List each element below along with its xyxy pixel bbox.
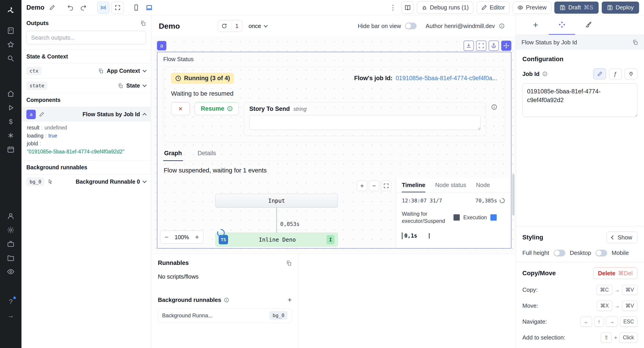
favorites-star-icon[interactable] — [4, 38, 18, 52]
tab-node-definition[interactable]: Node — [476, 182, 490, 192]
undo-icon[interactable] — [65, 2, 76, 13]
delete-component-button[interactable]: Delete⌘Del — [593, 267, 637, 279]
full-height-toggle[interactable] — [554, 250, 565, 256]
app-canvas[interactable]: a Flow Status Runni — [151, 37, 516, 254]
resume-button[interactable]: Resume — [195, 102, 239, 115]
editor-button[interactable]: Editor — [476, 2, 510, 14]
eval-input-button[interactable]: ƒ — [609, 69, 622, 79]
apps-icon[interactable] — [4, 24, 18, 38]
state-context-header: State & Context — [22, 50, 151, 63]
info-icon[interactable] — [224, 297, 229, 303]
settings-gear-icon[interactable] — [4, 223, 18, 237]
cancel-button[interactable]: × — [171, 102, 190, 115]
waiting-swatch — [454, 214, 460, 221]
job-id-label: Job Id — [522, 71, 540, 77]
chevron-down-icon[interactable] — [142, 83, 146, 87]
help-icon[interactable]: ? — [4, 295, 18, 309]
variables-icon[interactable]: $ — [4, 115, 18, 128]
story-label: Story To Send — [249, 105, 290, 112]
chevron-down-icon[interactable] — [142, 179, 146, 183]
execution-swatch — [490, 214, 497, 221]
mobile-breakpoint-icon[interactable] — [131, 2, 142, 13]
graph-node-inline-deno[interactable]: TS Inline Deno I — [215, 233, 338, 247]
component-a-label: Flow Status by Job Id — [82, 111, 140, 118]
folders-icon[interactable] — [4, 251, 18, 265]
refresh-icon[interactable] — [219, 21, 229, 31]
bg0-badge: bg_0 — [270, 311, 288, 320]
zoom-in-button[interactable]: + — [191, 231, 203, 243]
graph-zoom-out-button[interactable]: − — [369, 181, 379, 191]
tab-timeline[interactable]: Timeline — [402, 182, 425, 192]
component-settings-tab[interactable] — [549, 15, 575, 35]
connect-input-button[interactable] — [625, 69, 637, 79]
desktop-toggle[interactable] — [596, 250, 607, 256]
info-icon[interactable] — [499, 23, 505, 29]
bg-runnable-item[interactable]: Background Runna... bg_0 — [158, 308, 292, 323]
fullscreen-canvas-button[interactable] — [112, 2, 124, 14]
flow-job-id-label: Flow's job Id: — [354, 75, 392, 82]
docs-book-button[interactable] — [402, 2, 414, 14]
flow-status-component[interactable]: a Flow Status Runni — [157, 52, 512, 249]
schedule-dropdown[interactable]: once — [248, 23, 267, 30]
graph-fit-button[interactable] — [381, 181, 391, 191]
anchor-button[interactable] — [488, 41, 499, 51]
refresh-control[interactable]: 1 — [218, 20, 242, 32]
more-menu-kebab-icon[interactable]: ⋮ — [388, 2, 398, 13]
hide-bar-toggle[interactable] — [405, 23, 416, 29]
static-input-button[interactable] — [594, 69, 606, 79]
ctx-doc-icon[interactable] — [98, 68, 104, 74]
show-styling-button[interactable]: Show — [606, 232, 637, 243]
canvas-scrollbar[interactable] — [512, 174, 514, 216]
schedules-icon[interactable] — [4, 142, 18, 156]
move-button[interactable] — [501, 41, 512, 51]
auto-height-button[interactable] — [464, 41, 474, 51]
workers-icon[interactable] — [4, 209, 18, 223]
tab-graph[interactable]: Graph — [163, 150, 183, 161]
redo-icon[interactable] — [78, 2, 89, 13]
collapse-sidebar-icon[interactable]: → — [4, 309, 18, 322]
chevron-up-icon[interactable] — [142, 113, 146, 117]
bg-runnable-row[interactable]: bg_0 Background Runnable 0 — [22, 174, 151, 189]
graph-zoom-in-button[interactable]: + — [357, 181, 367, 191]
deploy-button[interactable]: Deploy — [602, 2, 639, 14]
preview-button[interactable]: Preview — [513, 2, 551, 14]
home-icon[interactable] — [4, 87, 18, 101]
draft-button[interactable]: Draft⌘S — [554, 2, 598, 14]
runs-icon[interactable] — [4, 101, 18, 115]
zoom-out-button[interactable]: − — [160, 231, 173, 243]
state-doc-icon[interactable] — [118, 83, 123, 88]
graph-node-input[interactable]: Input — [215, 194, 338, 208]
search-icon[interactable] — [4, 52, 18, 65]
info-icon[interactable] — [491, 104, 497, 110]
runnables-doc-icon[interactable] — [286, 260, 292, 266]
desktop-breakpoint-icon[interactable] — [144, 2, 154, 13]
windmill-logo[interactable] — [4, 4, 18, 18]
rename-pencil-icon[interactable] — [39, 112, 44, 117]
styling-tab[interactable] — [575, 15, 602, 35]
chevron-down-icon[interactable] — [142, 68, 146, 72]
tab-details[interactable]: Details — [197, 150, 217, 161]
add-runnable-button[interactable]: + — [288, 296, 292, 304]
debug-runs-button[interactable]: Debug runs (1) — [417, 2, 474, 14]
job-id-input[interactable]: 0191085e-5baa-81ef-4774-c9ef4f0a92d2 — [522, 83, 637, 117]
center-pane-toggle[interactable] — [97, 2, 109, 14]
insert-component-tab[interactable]: + — [522, 15, 549, 35]
tab-node-status[interactable]: Node status — [435, 182, 466, 192]
info-icon[interactable] — [542, 71, 548, 77]
outputs-doc-icon[interactable] — [140, 20, 146, 26]
search-outputs-input[interactable] — [26, 31, 146, 45]
ctx-row[interactable]: ctx App Context — [22, 63, 151, 78]
audit-logs-eye-icon[interactable] — [4, 265, 18, 279]
component-a-row[interactable]: a Flow Status by Job Id — [22, 107, 151, 122]
jobs-icon[interactable] — [4, 237, 18, 251]
fullscreen-component-button[interactable] — [476, 41, 486, 51]
outputs-title: Outputs — [26, 20, 49, 27]
component-doc-icon[interactable] — [632, 39, 638, 45]
state-row[interactable]: state State — [22, 78, 151, 93]
flow-graph[interactable]: + − Input 0,053s TS Inlin — [158, 178, 396, 248]
resources-icon[interactable] — [4, 128, 18, 142]
flow-job-id-link[interactable]: 0191085e-5baa-81ef-4774-c9ef4f0a... — [396, 75, 497, 82]
story-textarea[interactable] — [249, 115, 480, 130]
bg0-badge: bg_0 — [26, 177, 44, 186]
edit-title-pencil-icon[interactable] — [47, 2, 58, 13]
